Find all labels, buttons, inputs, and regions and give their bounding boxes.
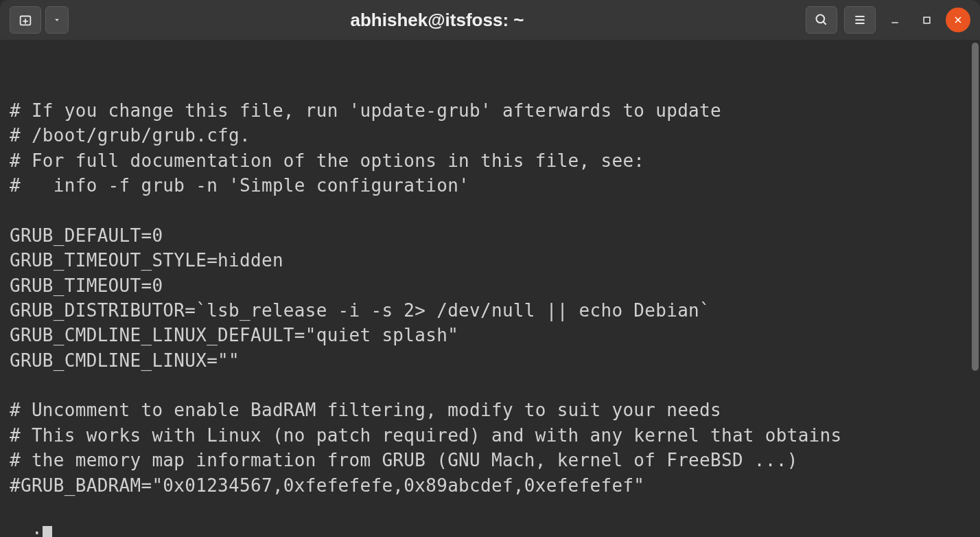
titlebar-right xyxy=(806,6,970,34)
chevron-down-icon xyxy=(52,15,62,25)
titlebar: abhishek@itsfoss: ~ xyxy=(0,0,980,40)
search-icon xyxy=(815,13,828,27)
titlebar-left xyxy=(10,6,69,34)
terminal-line: GRUB_DEFAULT=0 xyxy=(10,223,970,248)
minimize-icon xyxy=(889,14,900,25)
svg-point-3 xyxy=(817,15,825,23)
terminal-line: # info -f grub -n 'Simple configuration' xyxy=(10,173,970,198)
terminal-line xyxy=(10,198,970,222)
terminal-line: GRUB_CMDLINE_LINUX_DEFAULT="quiet splash… xyxy=(10,323,970,347)
terminal-line: # Uncomment to enable BadRAM filtering, … xyxy=(10,398,970,422)
terminal-line: # /boot/grub/grub.cfg. xyxy=(10,123,970,148)
hamburger-icon xyxy=(853,13,867,27)
terminal-line: # This works with Linux (no patch requir… xyxy=(10,423,970,448)
terminal-line: GRUB_TIMEOUT=0 xyxy=(10,273,970,298)
tab-dropdown-button[interactable] xyxy=(45,6,69,34)
terminal-line: GRUB_CMDLINE_LINUX="" xyxy=(10,348,970,373)
terminal-content[interactable]: # If you change this file, run 'update-g… xyxy=(0,40,980,537)
maximize-button[interactable] xyxy=(914,8,939,32)
terminal-line xyxy=(10,373,970,398)
terminal-line: # For full documentation of the options … xyxy=(10,148,970,173)
terminal-line: GRUB_TIMEOUT_STYLE=hidden xyxy=(10,248,970,273)
minimize-button[interactable] xyxy=(883,8,907,32)
svg-line-4 xyxy=(824,22,826,25)
maximize-icon xyxy=(922,15,932,25)
terminal-line: # If you change this file, run 'update-g… xyxy=(10,98,970,123)
menu-button[interactable] xyxy=(844,6,876,34)
scrollbar-thumb[interactable] xyxy=(972,43,979,371)
new-tab-button[interactable] xyxy=(10,6,41,34)
text-cursor xyxy=(43,526,52,537)
new-tab-icon xyxy=(18,12,33,27)
terminal-text: # If you change this file, run 'update-g… xyxy=(10,98,970,498)
close-button[interactable] xyxy=(946,8,970,32)
search-button[interactable] xyxy=(806,6,837,34)
terminal-line: GRUB_DISTRIBUTOR=`lsb_release -i -s 2> /… xyxy=(10,298,970,323)
close-icon xyxy=(953,14,964,25)
pager-prompt: : xyxy=(32,525,43,537)
terminal-line: # the memory map information from GRUB (… xyxy=(10,448,970,472)
window-title: abhishek@itsfoss: ~ xyxy=(74,10,800,31)
svg-rect-9 xyxy=(924,17,930,23)
terminal-line: #GRUB_BADRAM="0x01234567,0xfefefefe,0x89… xyxy=(10,473,970,498)
